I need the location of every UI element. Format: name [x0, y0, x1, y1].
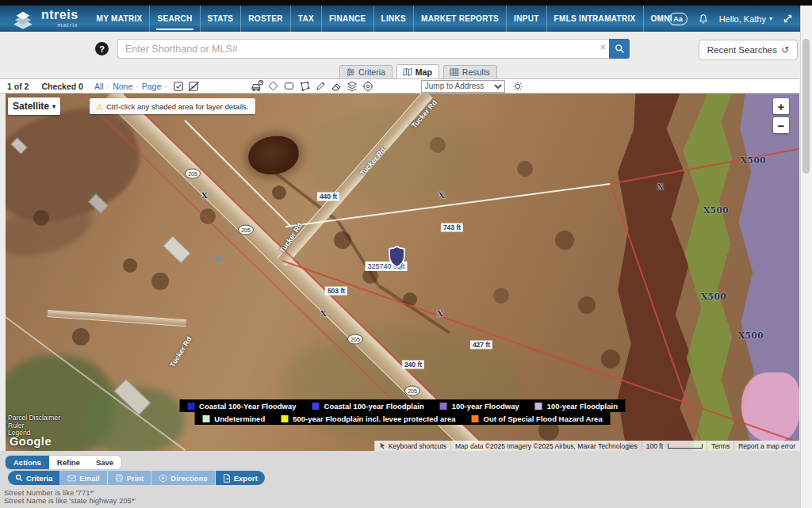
zoom-out-button[interactable]: −	[773, 117, 789, 133]
resize-icon[interactable]	[783, 13, 793, 24]
nav-item-search[interactable]: SEARCH	[149, 6, 199, 32]
bottom-tab-refine[interactable]: Refine	[49, 456, 88, 469]
bell-icon[interactable]	[698, 13, 709, 25]
distance-label: 743 ft	[441, 223, 463, 232]
x-zone-marker: X	[439, 191, 445, 200]
brand-sub: matrix	[41, 22, 79, 29]
search-icon	[15, 474, 23, 482]
route-shield: 205	[347, 334, 363, 345]
gear-icon[interactable]	[512, 81, 523, 92]
legend-swatch	[202, 415, 209, 422]
view-tab-row: CriteriaMapResults	[0, 66, 812, 78]
tab-label: Results	[462, 67, 490, 77]
jump-to-address-select[interactable]: Jump to Address	[421, 80, 505, 93]
page: ntreis matrix MY MATRIXSEARCHSTATSROSTER…	[0, 0, 812, 508]
distance-label: 440 ft	[317, 193, 339, 201]
base-layer-button[interactable]: Satellite ▾	[8, 97, 60, 115]
bottom-panel: ActionsRefineSave CriteriaEmailPrintDire…	[0, 451, 812, 508]
drive-time-icon[interactable]	[251, 79, 264, 93]
bottom-tab-actions[interactable]: Actions	[6, 456, 49, 469]
pointer-icon	[379, 442, 386, 449]
email-icon	[67, 475, 76, 482]
flood-legend: Coastal 100-Year FloodwayCoastal 100-yea…	[179, 399, 626, 425]
nav-item-input[interactable]: INPUT	[506, 6, 546, 32]
scrollbar-thumb[interactable]	[802, 39, 810, 174]
nav-item-links[interactable]: LINKS	[373, 6, 414, 32]
polygon-tool-icon[interactable]	[298, 79, 312, 93]
legend-label: 100-year Floodway	[452, 402, 519, 411]
legend-row: Undetermined500-year Floodplain incl. le…	[194, 412, 610, 425]
status-line: Street Name is like 'state highway 205*'	[4, 497, 136, 505]
nav-bar: ntreis matrix MY MATRIXSEARCHSTATSROSTER…	[0, 6, 812, 32]
terms-link[interactable]: Terms	[707, 441, 733, 451]
nav-item-tax[interactable]: TAX	[290, 6, 321, 32]
flood-zone-label: X500	[701, 292, 726, 301]
nav-item-roster[interactable]: ROSTER	[240, 6, 289, 32]
draw-pencil-icon[interactable]	[314, 79, 327, 93]
nav-item-stats[interactable]: STATS	[200, 6, 241, 32]
building	[163, 235, 191, 263]
eraser-icon[interactable]	[330, 79, 343, 93]
pool	[216, 257, 221, 261]
select-none-link[interactable]: None	[113, 82, 132, 91]
help-icon[interactable]: ?	[95, 42, 109, 55]
layers-icon[interactable]	[346, 79, 359, 93]
zoom-in-button[interactable]: +	[773, 98, 789, 114]
select-all-link[interactable]: All	[94, 82, 104, 91]
building-icon	[10, 9, 36, 29]
map-attribution: Keyboard shortcuts Map data ©2025 Imager…	[374, 441, 799, 451]
warning-icon: ⚠	[96, 102, 103, 111]
layer-notice-text: Ctrl-click any shaded area for layer det…	[106, 102, 249, 111]
select-all-check-icon[interactable]	[173, 81, 184, 92]
keyboard-shortcuts-link[interactable]: Keyboard shortcuts	[389, 442, 446, 450]
chevron-down-icon: ▾	[769, 15, 772, 22]
base-layer-label: Satellite	[13, 101, 49, 112]
brand-logo[interactable]: ntreis matrix	[10, 9, 79, 29]
radius-tool-icon[interactable]	[362, 79, 375, 93]
flood-zone-label: X500	[738, 330, 764, 340]
nav-item-finance[interactable]: FINANCE	[321, 6, 373, 32]
search-button[interactable]	[609, 39, 630, 59]
legend-item: 500-year Floodplain incl. levee protecte…	[281, 414, 455, 423]
driveway-road	[48, 310, 186, 327]
search-input[interactable]	[117, 39, 609, 59]
report-map-error-link[interactable]: Report a map error	[733, 441, 799, 451]
map-links: Parcel DisclaimerRulerLegend	[8, 414, 60, 437]
map-tools	[251, 79, 375, 93]
tab-label: Map	[416, 67, 432, 77]
google-logo[interactable]: Google	[10, 435, 52, 448]
export-icon	[223, 474, 231, 483]
deselect-check-icon[interactable]	[188, 81, 200, 92]
scale-label: 100 ft	[646, 442, 663, 450]
bottom-tab-save[interactable]: Save	[88, 456, 121, 469]
email-button: Email	[60, 471, 107, 485]
user-menu[interactable]: Hello, Kathy ▾	[719, 14, 772, 24]
shape-diamond-icon[interactable]	[266, 79, 280, 93]
nav-item-fmls-intramatrix[interactable]: FMLS INTRAMATRIX	[546, 6, 643, 32]
property-marker[interactable]	[389, 246, 405, 271]
tab-results[interactable]: Results	[443, 65, 497, 78]
search-icon	[615, 44, 625, 54]
route-shield: 205	[404, 386, 420, 396]
criteria-button[interactable]: Criteria	[8, 471, 60, 485]
tab-map[interactable]: Map	[396, 64, 439, 78]
search-row: ? × Recent Searches ↺	[0, 32, 812, 66]
export-button[interactable]: Export	[216, 471, 265, 485]
select-page-link[interactable]: Page	[142, 82, 162, 91]
clear-icon[interactable]: ×	[600, 43, 606, 52]
nav-item-my-matrix[interactable]: MY MATRIX	[90, 6, 150, 32]
rectangle-tool-icon[interactable]	[282, 79, 296, 93]
legend-item: Out of Special Flood Hazard Area	[472, 414, 603, 423]
brand-text: ntreis matrix	[41, 9, 79, 29]
nav-item-market-reports[interactable]: MARKET REPORTS	[413, 6, 506, 32]
page-scrollbar[interactable]	[800, 6, 812, 508]
creek	[337, 221, 379, 286]
map-canvas[interactable]: 440 ft743 ft503 ft427 ft240 ftX500X500X5…	[6, 94, 799, 451]
results-icon	[450, 67, 459, 77]
recent-searches-button[interactable]: Recent Searches ↺	[699, 40, 798, 60]
directions-icon	[159, 474, 167, 483]
font-size-toggle[interactable]: Aa	[668, 13, 688, 25]
legend-label: 500-year Floodplain incl. levee protecte…	[293, 414, 455, 423]
flood-zone-label: X500	[703, 205, 729, 215]
tab-criteria[interactable]: Criteria	[339, 65, 393, 78]
